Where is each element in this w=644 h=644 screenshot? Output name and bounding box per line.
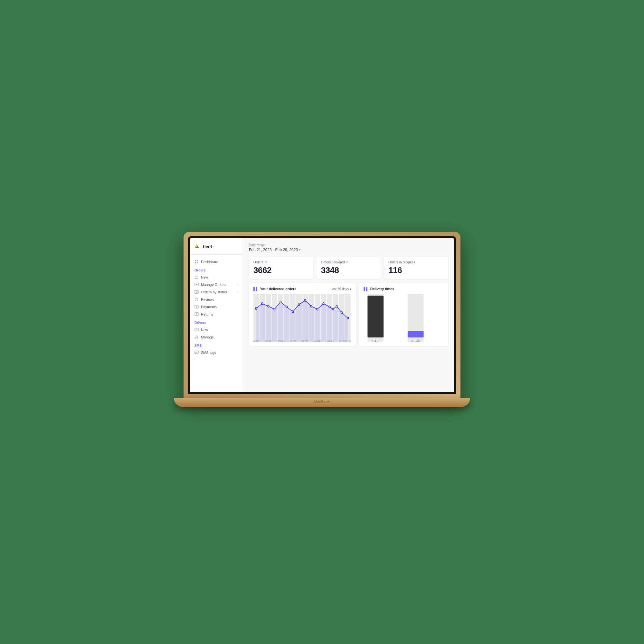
screen: fleet Dashboard [190,238,454,392]
bar-1-2hr [408,331,424,337]
fleet-logo-icon [194,243,201,250]
sms-icon [194,350,199,355]
sidebar-reviews-label: Reviews [201,298,214,301]
sidebar-item-manage-orders[interactable]: Manage Orders › [190,281,243,288]
svg-text:29 Jan: 29 Jan [253,339,259,342]
stat-in-progress-title: Orders in progress [388,260,444,264]
app-layout: fleet Dashboard [190,238,454,392]
svg-rect-4 [197,260,198,261]
sidebar-manage-orders-label: Manage Orders [201,283,225,287]
list-icon [194,282,199,287]
stat-card-in-progress: Orders in progress 116 [384,257,448,279]
data-point [292,311,294,313]
sidebar: fleet Dashboard [190,238,243,392]
svg-rect-6 [197,262,198,263]
svg-text:14 Feb: 14 Feb [302,339,308,342]
data-point [336,305,337,307]
laptop-mockup: fleet Dashboard [184,232,460,412]
sidebar-item-payments[interactable]: Payments [190,303,243,310]
period-chevron: ▾ [350,287,351,291]
date-range-selector[interactable]: Feb 21, 2023 - Feb 28, 2023 ▾ [249,248,448,252]
sidebar-item-returns[interactable]: Returns [190,310,243,318]
sidebar-item-drivers-new[interactable]: New [190,326,243,333]
return-icon [194,312,199,316]
stat-orders-value: 3662 [253,265,309,275]
date-range-label: Date range: [249,243,448,247]
svg-rect-7 [195,276,198,279]
svg-text:22 Feb: 22 Feb [327,339,333,342]
svg-point-16 [197,336,197,336]
data-point [274,308,275,310]
delivered-orders-svg: 29 Jan 02 Feb 06 Feb 10 Feb 14 Feb 18 Fe… [253,294,351,342]
orders-link-icon[interactable]: ⟳ [265,260,267,264]
drivers-section-label: Drivers [190,318,243,326]
svg-text:26 Feb: 26 Feb [339,339,345,342]
svg-rect-3 [195,260,196,261]
sidebar-manage-drivers-label: Manage [201,335,214,339]
delivery-times-svg: < 1hr 1 - 2h [364,294,444,342]
sidebar-item-manage-drivers[interactable]: Manage [190,333,243,341]
delivery-chart-header: ▌▌ Delivery times [364,287,444,291]
data-point [329,306,330,308]
x-label-lt1hr: < 1hr [372,339,380,342]
svg-rect-17 [195,351,198,353]
data-point [341,312,343,314]
grid-icon [194,260,199,264]
svg-text:18 Feb: 18 Feb [314,339,320,342]
delivered-orders-svg-container: 29 Jan 02 Feb 06 Feb 10 Feb 14 Feb 18 Fe… [253,294,351,342]
data-point [310,305,312,307]
data-point [298,304,300,306]
filter-icon [194,290,199,294]
stat-orders-title: Orders ⟳ [253,260,309,264]
bar-chart-icon: ▌▌ [253,287,259,291]
delivered-chart-title: ▌▌ Your delivered orders [253,287,296,291]
delivered-link-icon[interactable]: ⟳ [346,260,349,264]
sidebar-payments-label: Payments [201,305,217,309]
svg-point-15 [197,337,198,338]
laptop-body: fleet Dashboard [184,232,460,399]
date-range-chevron: ▾ [299,248,301,251]
delivered-orders-chart: ▌▌ Your delivered orders Last 30 days ▾ [249,283,356,346]
manage-orders-arrow: › [237,283,238,286]
bar-less-1hr [368,296,384,337]
stat-delivered-value: 3348 [321,265,376,275]
data-point [268,305,269,307]
sidebar-dashboard-label: Dashboard [201,260,218,264]
svg-text:06 Feb: 06 Feb [278,339,284,342]
delivery-times-chart: ▌▌ Delivery times [359,283,448,346]
sms-section-label: SMS [190,341,243,349]
svg-rect-5 [195,262,196,263]
main-content: Date range: Feb 21, 2023 - Feb 28, 2023 … [243,238,454,392]
sidebar-orders-status-label: Orders by status [201,290,227,294]
svg-text:28 Feb: 28 Feb [345,339,351,342]
bike-icon [194,335,199,339]
stat-in-progress-value: 116 [388,265,444,275]
sidebar-drivers-new-label: New [201,328,208,332]
svg-point-13 [196,328,197,330]
chart-period-selector[interactable]: Last 30 days ▾ [330,287,351,291]
data-point [286,306,288,308]
sidebar-item-dashboard[interactable]: Dashboard [190,258,243,265]
dollar-icon [194,305,199,309]
stat-card-delivered: Orders delivered ⟳ 3348 [317,257,381,279]
x-label-1-2h: 1 - 2h [411,339,421,342]
stat-card-orders: Orders ⟳ 3662 [249,257,313,279]
data-point [261,303,263,305]
data-point [317,308,318,310]
box-icon [194,275,199,279]
sidebar-item-orders-by-status[interactable]: Orders by status › [190,288,243,296]
sidebar-item-sms-logs[interactable]: SMS logs [190,349,243,356]
person-icon [194,327,199,332]
sidebar-sms-logs-label: SMS logs [201,351,216,355]
app-name: fleet [203,244,212,249]
charts-row: ▌▌ Your delivered orders Last 30 days ▾ [249,283,448,346]
sidebar-item-orders-new[interactable]: New [190,273,243,281]
sidebar-divider [190,254,243,255]
sidebar-item-reviews[interactable]: Reviews [190,296,243,303]
stat-delivered-title: Orders delivered ⟳ [321,260,376,264]
data-point [332,308,334,310]
data-point [304,299,306,301]
laptop-base [174,398,470,407]
data-point [255,308,257,309]
orders-status-arrow: › [237,290,238,294]
